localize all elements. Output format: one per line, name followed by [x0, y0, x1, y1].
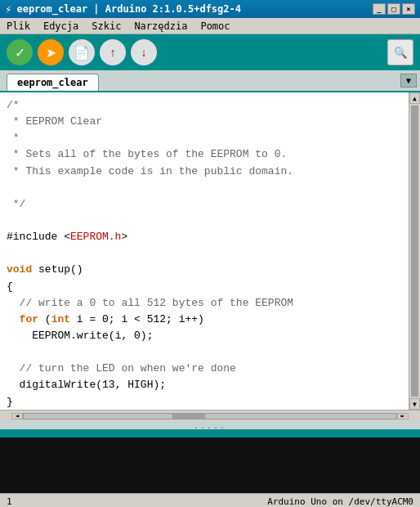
vertical-scrollbar[interactable]: ▲ ▼ — [409, 92, 420, 410]
editor-container: /* * EEPROM Clear * * Sets all of the by… — [0, 92, 420, 410]
menu-edycja[interactable]: Edycja — [40, 20, 82, 33]
menu-narzedzia[interactable]: Narzędzia — [131, 20, 190, 33]
scroll-left-button[interactable]: ◄ — [11, 413, 23, 420]
scroll-up-button[interactable]: ▲ — [409, 92, 420, 104]
scroll-thumb[interactable] — [411, 105, 418, 397]
menu-plik[interactable]: Plik — [3, 20, 34, 33]
title-bar: ⚡ eeprom_clear | Arduino 2:1.0.5+dfsg2-4… — [0, 0, 420, 18]
horizontal-scrollbar[interactable]: ◄ ► — [0, 410, 420, 421]
menu-szkic[interactable]: Szkic — [88, 20, 124, 33]
minimize-button[interactable]: _ — [373, 3, 386, 15]
resize-handle[interactable]: ..... — [0, 421, 420, 429]
tab-bar: eeprom_clear ▼ — [0, 70, 420, 92]
h-scroll-thumb[interactable] — [172, 414, 205, 419]
toolbar: ✓ ➤ 📄 ↑ ↓ 🔍 — [0, 34, 420, 70]
resize-dots: ..... — [194, 421, 226, 430]
board-info: Arduino Uno on /dev/ttyACM0 — [267, 496, 413, 507]
scroll-down-button[interactable]: ▼ — [409, 398, 420, 410]
bottom-panel-bar — [0, 429, 420, 437]
tab-dropdown-arrow[interactable]: ▼ — [400, 74, 417, 87]
app-icon: ⚡ — [5, 2, 11, 16]
status-bar: 1 Arduino Uno on /dev/ttyACM0 — [0, 493, 420, 507]
open-button[interactable]: ↑ — [100, 39, 126, 65]
maximize-button[interactable]: □ — [387, 3, 400, 15]
scroll-right-button[interactable]: ► — [397, 413, 409, 420]
code-editor[interactable]: /* * EEPROM Clear * * Sets all of the by… — [0, 92, 409, 410]
serial-monitor — [0, 437, 420, 493]
menu-bar: Plik Edycja Szkic Narzędzia Pomoc — [0, 18, 420, 34]
line-number: 1 — [7, 496, 12, 507]
search-button[interactable]: 🔍 — [387, 39, 413, 65]
close-button[interactable]: × — [402, 3, 415, 15]
save-button[interactable]: ↓ — [131, 39, 157, 65]
menu-pomoc[interactable]: Pomoc — [197, 20, 233, 33]
upload-button[interactable]: ➤ — [38, 39, 64, 65]
verify-button[interactable]: ✓ — [7, 39, 33, 65]
toolbar-buttons: ✓ ➤ 📄 ↑ ↓ — [7, 39, 157, 65]
window-title: eeprom_clear | Arduino 2:1.0.5+dfsg2-4 — [16, 3, 241, 15]
title-bar-controls: _ □ × — [373, 3, 415, 15]
new-button[interactable]: 📄 — [69, 39, 95, 65]
h-scroll-track — [23, 413, 397, 420]
tab-eeprom-clear[interactable]: eeprom_clear — [7, 74, 99, 91]
title-bar-left: ⚡ eeprom_clear | Arduino 2:1.0.5+dfsg2-4 — [5, 2, 241, 16]
